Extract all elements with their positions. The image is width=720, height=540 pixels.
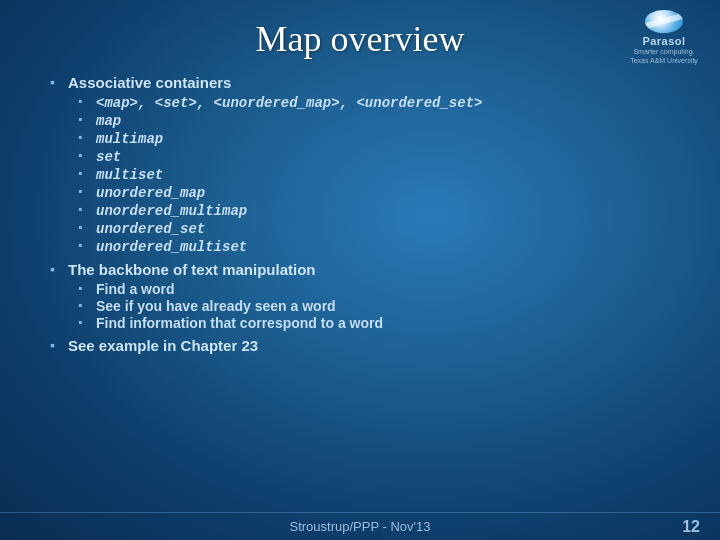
list-item-label: The backbone of text manipulation bbox=[68, 261, 316, 278]
list-item-backbone: The backbone of text manipulation Find a… bbox=[50, 261, 690, 331]
list-item: Find a word bbox=[78, 281, 690, 297]
list-item: multimap bbox=[78, 130, 690, 147]
slide-content: Associative containers <map>, <set>, <un… bbox=[0, 70, 720, 512]
code-item: multiset bbox=[96, 167, 163, 183]
list-item: set bbox=[78, 148, 690, 165]
code-item: unordered_multiset bbox=[96, 239, 247, 255]
list-item: unordered_map bbox=[78, 184, 690, 201]
logo-name: Parasol bbox=[642, 35, 685, 47]
list-item: unordered_multimap bbox=[78, 202, 690, 219]
list-item: unordered_set bbox=[78, 220, 690, 237]
list-item: map bbox=[78, 112, 690, 129]
list-item-associative: Associative containers <map>, <set>, <un… bbox=[50, 74, 690, 255]
footer-credit: Stroustrup/PPP - Nov'13 bbox=[290, 519, 431, 534]
list-item: <map>, <set>, <unordered_map>, <unordere… bbox=[78, 94, 690, 111]
sub-list-backbone: Find a word See if you have already seen… bbox=[78, 281, 690, 331]
code-item: unordered_set bbox=[96, 221, 205, 237]
logo-tagline1: Smarter computing. bbox=[633, 47, 694, 56]
sub-list-associative: <map>, <set>, <unordered_map>, <unordere… bbox=[78, 94, 690, 255]
code-item: <map>, <set>, <unordered_map>, <unordere… bbox=[96, 95, 482, 111]
slide-header: Map overview bbox=[0, 0, 720, 70]
slide-footer: Stroustrup/PPP - Nov'13 12 bbox=[0, 512, 720, 540]
code-item: unordered_multimap bbox=[96, 203, 247, 219]
footer-page-number: 12 bbox=[682, 518, 700, 536]
code-item: set bbox=[96, 149, 121, 165]
code-item: map bbox=[96, 113, 121, 129]
slide: Parasol Smarter computing. Texas A&M Uni… bbox=[0, 0, 720, 540]
main-list: Associative containers <map>, <set>, <un… bbox=[50, 74, 690, 354]
logo-tagline2: Texas A&M University bbox=[630, 56, 698, 65]
list-item-example: See example in Chapter 23 bbox=[50, 337, 690, 354]
code-item: unordered_map bbox=[96, 185, 205, 201]
logo: Parasol Smarter computing. Texas A&M Uni… bbox=[624, 10, 704, 65]
list-item-label: Associative containers bbox=[68, 74, 231, 91]
slide-title: Map overview bbox=[20, 18, 700, 60]
list-item: See if you have already seen a word bbox=[78, 298, 690, 314]
list-item: Find information that correspond to a wo… bbox=[78, 315, 690, 331]
list-item: multiset bbox=[78, 166, 690, 183]
code-item: multimap bbox=[96, 131, 163, 147]
list-item: unordered_multiset bbox=[78, 238, 690, 255]
logo-image bbox=[645, 10, 683, 33]
list-item-label: See example in Chapter 23 bbox=[68, 337, 258, 354]
